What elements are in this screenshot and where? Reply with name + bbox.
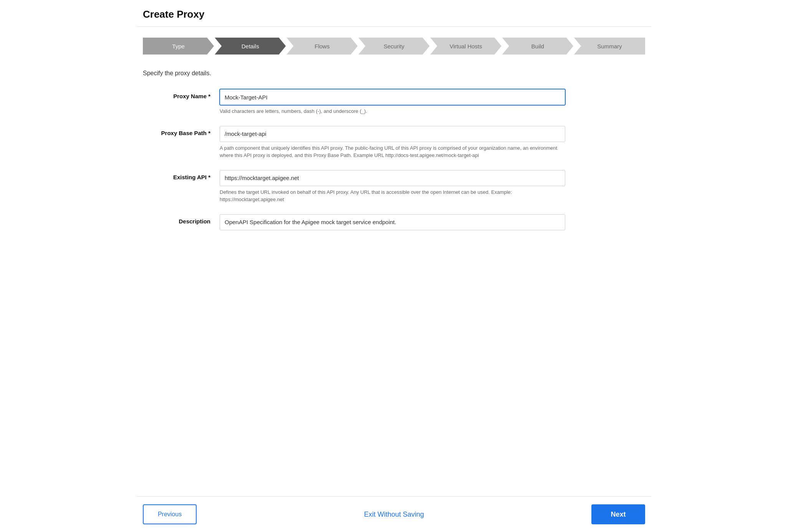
step-type[interactable]: Type <box>143 38 214 55</box>
main-content: Specify the proxy details. Proxy Name * … <box>137 62 651 496</box>
proxy-base-path-row: Proxy Base Path * A path component that … <box>143 126 565 159</box>
stepper-container: Type Details Flows Security Virtual Host… <box>137 27 651 62</box>
description-input[interactable] <box>220 214 565 230</box>
step-virtual-hosts-label: Virtual Hosts <box>450 43 482 50</box>
step-flows-label: Flows <box>315 43 329 50</box>
form-container: Proxy Name * Valid characters are letter… <box>143 89 565 230</box>
proxy-name-label: Proxy Name * <box>143 89 220 99</box>
stepper: Type Details Flows Security Virtual Host… <box>143 38 645 55</box>
proxy-name-field-group: Valid characters are letters, numbers, d… <box>220 89 565 115</box>
description-label: Description <box>143 214 220 225</box>
step-security-label: Security <box>384 43 404 50</box>
step-flows[interactable]: Flows <box>286 38 358 55</box>
proxy-name-input[interactable] <box>220 89 565 105</box>
page-header: Create Proxy <box>137 0 651 27</box>
step-virtual-hosts[interactable]: Virtual Hosts <box>430 38 502 55</box>
proxy-name-hint: Valid characters are letters, numbers, d… <box>220 107 565 115</box>
step-security[interactable]: Security <box>358 38 429 55</box>
existing-api-hint: Defines the target URL invoked on behalf… <box>220 188 565 203</box>
step-summary[interactable]: Summary <box>574 38 645 55</box>
description-field-group <box>220 214 565 230</box>
previous-button[interactable]: Previous <box>143 504 197 524</box>
step-summary-label: Summary <box>597 43 622 50</box>
next-button[interactable]: Next <box>591 504 645 524</box>
proxy-base-path-field-group: A path component that uniquely identifie… <box>220 126 565 159</box>
proxy-base-path-label: Proxy Base Path * <box>143 126 220 136</box>
existing-api-field-group: Defines the target URL invoked on behalf… <box>220 170 565 203</box>
existing-api-input[interactable] <box>220 170 565 186</box>
step-details[interactable]: Details <box>215 38 286 55</box>
exit-without-saving-button[interactable]: Exit Without Saving <box>364 511 424 519</box>
page-title: Create Proxy <box>143 8 645 20</box>
existing-api-label: Existing API * <box>143 170 220 180</box>
proxy-base-path-input[interactable] <box>220 126 565 142</box>
description-row: Description <box>143 214 565 230</box>
step-details-label: Details <box>242 43 259 50</box>
section-description: Specify the proxy details. <box>143 70 645 77</box>
proxy-name-row: Proxy Name * Valid characters are letter… <box>143 89 565 115</box>
step-type-label: Type <box>172 43 185 50</box>
step-build-label: Build <box>531 43 544 50</box>
existing-api-row: Existing API * Defines the target URL in… <box>143 170 565 203</box>
step-build[interactable]: Build <box>502 38 573 55</box>
page-footer: Previous Exit Without Saving Next <box>137 496 651 532</box>
proxy-base-path-hint: A path component that uniquely identifie… <box>220 144 565 159</box>
